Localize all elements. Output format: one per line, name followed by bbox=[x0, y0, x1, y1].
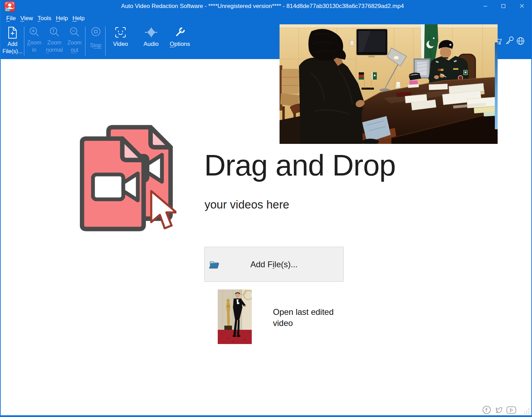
toolbar-separator bbox=[85, 26, 85, 56]
add-files-button-label: Add File(s)... bbox=[250, 260, 298, 269]
twitter-button[interactable] bbox=[494, 406, 504, 416]
menu-tools[interactable]: Tools bbox=[38, 14, 51, 24]
menu-view[interactable]: View bbox=[20, 14, 33, 24]
facebook-icon bbox=[482, 406, 491, 414]
toolbar-separator bbox=[105, 26, 106, 56]
titlebar: AVS Auto Video Redaction Software - ****… bbox=[1, 0, 531, 14]
audio-toolbar-button[interactable]: Audio bbox=[140, 24, 162, 58]
stop-icon bbox=[91, 26, 101, 37]
open-last-video-button[interactable]: Open last edited video bbox=[218, 289, 357, 345]
resize-grip-icon bbox=[524, 408, 530, 414]
zoom-out-toolbar-button: Zoomout bbox=[65, 24, 84, 58]
stop-toolbar-button: Stop bbox=[86, 24, 105, 58]
close-button[interactable] bbox=[514, 0, 530, 12]
maximize-button[interactable] bbox=[495, 0, 511, 12]
zoom-normal-icon bbox=[49, 26, 60, 38]
drag-drop-headline: Drag and Drop bbox=[204, 148, 396, 182]
add-file-icon bbox=[7, 26, 18, 39]
drag-drop-subheadline: your videos here bbox=[205, 198, 289, 211]
folder-icon bbox=[209, 260, 219, 271]
maximize-icon bbox=[501, 4, 506, 8]
waveform-icon bbox=[144, 26, 158, 38]
open-last-video-label: Open last edited video bbox=[273, 306, 341, 329]
window-title: Auto Video Redaction Software - ****Unre… bbox=[63, 0, 462, 13]
app-window: AVS Auto Video Redaction Software - ****… bbox=[0, 0, 532, 417]
add-files-button[interactable]: Add File(s)... bbox=[204, 247, 344, 282]
toolbar: AddFile(s)... Zoomin Zoomnormal bbox=[1, 24, 279, 59]
zoom-in-icon bbox=[29, 26, 40, 38]
wrench-icon bbox=[174, 26, 186, 38]
zoom-normal-toolbar-button: Zoomnormal bbox=[44, 24, 64, 58]
minimize-icon bbox=[483, 4, 488, 8]
globe-icon bbox=[516, 36, 525, 46]
add-files-toolbar-button[interactable]: AddFile(s)... bbox=[2, 24, 23, 58]
youtube-button[interactable] bbox=[506, 406, 516, 415]
menu-help-2[interactable]: Help bbox=[73, 14, 85, 24]
video-frame-office-scene bbox=[280, 24, 498, 144]
menu-file[interactable]: File bbox=[6, 14, 16, 24]
avs-badge: AVS bbox=[6, 9, 9, 11]
video-preview bbox=[280, 24, 498, 144]
youtube-icon bbox=[506, 406, 516, 414]
twitter-icon bbox=[494, 406, 504, 414]
app-icon: AVS bbox=[4, 1, 15, 12]
menu-help-1[interactable]: Help bbox=[56, 14, 68, 24]
key-button[interactable] bbox=[505, 36, 514, 47]
close-icon bbox=[519, 3, 524, 8]
zoom-out-icon bbox=[69, 26, 80, 38]
face-scan-icon bbox=[115, 26, 126, 38]
video-toolbar-button[interactable]: Video bbox=[109, 24, 132, 58]
last-video-thumbnail bbox=[218, 289, 252, 344]
globe-button[interactable] bbox=[516, 36, 525, 47]
menubar: File View Tools Help Help bbox=[6, 14, 85, 24]
options-toolbar-button[interactable]: Options bbox=[167, 24, 192, 58]
video-files-drop-icon bbox=[80, 122, 176, 240]
zoom-in-toolbar-button: Zoomin bbox=[24, 24, 44, 58]
minimize-button[interactable] bbox=[477, 0, 493, 12]
facebook-button[interactable] bbox=[482, 406, 491, 416]
key-icon bbox=[505, 36, 514, 46]
resize-grip[interactable] bbox=[524, 408, 530, 416]
